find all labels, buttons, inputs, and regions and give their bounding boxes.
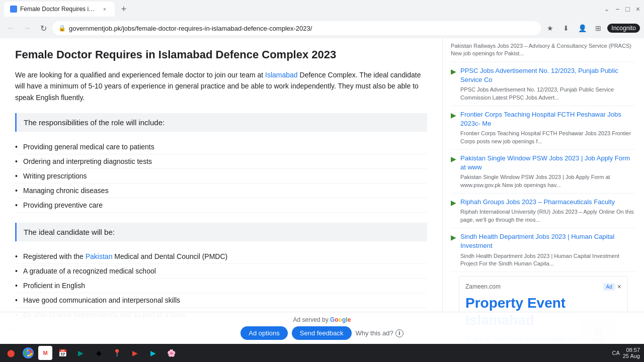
browser-chrome: Female Doctor Requires in Islab × + ⌄ − … — [0, 0, 644, 38]
profile-icon[interactable]: 👤 — [575, 21, 589, 35]
section2-heading: The ideal candidate will be: — [15, 223, 427, 241]
related-item[interactable]: ▶ PPSC Jobs Advertisement No. 12/2023, P… — [451, 62, 636, 106]
taskbar-right: CA 08:57 25 Aug — [612, 347, 640, 359]
recording-indicator: ⬤ — [4, 346, 18, 360]
incognito-badge: Incognito — [607, 24, 640, 33]
list-item: Registered with the Pakistan Medical and… — [15, 249, 427, 264]
tab-close-button[interactable]: × — [101, 5, 109, 13]
taskbar: ⬤ M 📅 ▶ ◆ 📍 ▶ ▶ 🌸 CA 08:57 25 Aug — [0, 344, 644, 362]
send-feedback-button[interactable]: Send feedback — [292, 326, 352, 340]
ad-header: Zameen.com Ad × — [465, 283, 621, 291]
time-display: 08:57 — [623, 347, 640, 353]
related-articles: Pakistan Railways Jobs 2023 – Advisory &… — [443, 38, 644, 344]
omnibar-actions: ★ ⬇ 👤 ⊞ Incognito — [543, 21, 640, 35]
article-intro: We are looking for a qualified and exper… — [15, 69, 427, 103]
new-tab-button[interactable]: + — [117, 2, 131, 16]
tab-favicon — [10, 6, 17, 13]
taskbar-gmail[interactable]: M — [38, 346, 52, 360]
window-controls: ⌄ − □ × — [604, 5, 640, 13]
islamabad-link[interactable]: Islamabad — [265, 71, 298, 79]
info-icon: ℹ — [395, 329, 404, 337]
why-label: Why this ad? — [356, 329, 393, 337]
related-item[interactable]: ▶ Frontier Corps Teaching Hospital FCTH … — [451, 106, 636, 150]
url-text: governmentjob.pk/jobs/female-doctor-requ… — [69, 25, 312, 32]
taskbar-photos[interactable]: 🌸 — [163, 345, 179, 361]
why-this-ad[interactable]: Why this ad? ℹ — [356, 329, 404, 337]
bookmark-icon[interactable]: ★ — [543, 21, 557, 35]
related-title[interactable]: Riphah Groups Jobs 2023 – Pharmaceutical… — [460, 198, 636, 207]
page-content: Female Doctor Requires in Islamabad Defe… — [0, 38, 644, 344]
list-item: Writing prescriptions — [15, 169, 427, 184]
list-item: Managing chronic diseases — [15, 184, 427, 198]
related-snippet: Pakistan Single Window PSW Jobs 2023 | J… — [460, 173, 636, 189]
section1-heading: The responsibilities of the role will in… — [15, 113, 427, 132]
ad-action-buttons: Ad options Send feedback Why this ad? ℹ — [240, 326, 403, 340]
article-main: Female Doctor Requires in Islamabad Defe… — [0, 38, 443, 344]
related-snippet: Riphah International University (RIU) Jo… — [460, 208, 636, 224]
related-item[interactable]: ▶ Pakistan Single Window PSW Jobs 2023 |… — [451, 150, 636, 194]
article-title: Female Doctor Requires in Islamabad Defe… — [15, 48, 427, 61]
related-title[interactable]: Sindh Health Department Jobs 2023 | Huma… — [460, 232, 636, 250]
sidebar: Pakistan Railways Jobs 2023 – Advisory &… — [443, 38, 644, 344]
arrow-icon: ▶ — [451, 111, 456, 119]
ad-badge-area: Ad × — [603, 283, 621, 291]
related-snippet: Sindh Health Department Jobs 2023 | Huma… — [460, 252, 636, 268]
list-item: Have good communication and interpersona… — [15, 293, 427, 308]
taskbar-calendar[interactable]: 📅 — [54, 345, 70, 361]
related-title[interactable]: Frontier Corps Teaching Hospital FCTH Pe… — [460, 110, 636, 128]
related-title[interactable]: PPSC Jobs Advertisement No. 12/2023, Pun… — [460, 66, 636, 84]
list-item: Providing general medical care to patien… — [15, 140, 427, 154]
list-item: Ordering and interpreting diagnostic tes… — [15, 154, 427, 169]
ad-badge: Ad — [603, 283, 615, 291]
list-item: Proficient in English — [15, 279, 427, 293]
related-title[interactable]: Pakistan Single Window PSW Jobs 2023 | J… — [460, 154, 636, 172]
chevron-icon: ⌄ — [604, 6, 609, 13]
title-bar: Female Doctor Requires in Islab × + ⌄ − … — [0, 0, 644, 18]
ad-source: Zameen.com — [465, 283, 501, 290]
ad-served-text: Ad served by Google — [293, 316, 351, 323]
active-tab[interactable]: Female Doctor Requires in Islab × — [4, 2, 115, 17]
back-button[interactable]: ← — [4, 21, 18, 35]
taskbar-wallet[interactable]: ◆ — [91, 345, 107, 361]
related-item: Pakistan Railways Jobs 2023 – Advisory &… — [451, 42, 636, 62]
extensions-icon[interactable]: ⊞ — [591, 21, 605, 35]
responsibilities-list: Providing general medical care to patien… — [15, 140, 427, 213]
tab-title: Female Doctor Requires in Islab — [20, 6, 98, 13]
arrow-icon: ▶ — [451, 155, 456, 163]
ad-options-button[interactable]: Ad options — [240, 326, 287, 340]
lock-icon: 🔒 — [58, 25, 66, 32]
pakistan-link[interactable]: Pakistan — [86, 252, 113, 260]
arrow-icon: ▶ — [451, 233, 456, 241]
related-item[interactable]: ▶ Riphah Groups Jobs 2023 – Pharmaceutic… — [451, 194, 636, 228]
related-item[interactable]: ▶ Sindh Health Department Jobs 2023 | Hu… — [451, 228, 636, 272]
download-icon[interactable]: ⬇ — [559, 21, 573, 35]
related-snippet: Frontier Corps Teaching Hospital FCTH Pe… — [460, 130, 636, 145]
svg-point-4 — [26, 351, 30, 355]
arrow-icon: ▶ — [451, 67, 456, 75]
close-window-button[interactable]: × — [636, 5, 640, 13]
ad-close-button[interactable]: × — [617, 283, 621, 291]
date-display: 25 Aug — [623, 353, 640, 359]
list-item: Providing preventive care — [15, 198, 427, 213]
time-date: 08:57 25 Aug — [623, 347, 640, 359]
taskbar-chrome[interactable] — [20, 345, 36, 361]
maximize-button[interactable]: □ — [625, 5, 629, 13]
list-item: A graduate of a recognized medical schoo… — [15, 264, 427, 279]
region-label: CA — [612, 350, 619, 356]
minimize-button[interactable]: − — [615, 5, 619, 13]
refresh-button[interactable]: ↻ — [36, 21, 50, 35]
forward-button[interactable]: → — [20, 21, 34, 35]
taskbar-youtube[interactable]: ▶ — [127, 345, 143, 361]
bottom-ad-bar: Ad served by Google Ad options Send feed… — [0, 312, 644, 344]
arrow-icon: ▶ — [451, 199, 456, 207]
related-snippet: Pakistan Railways Jobs 2023 – Advisory &… — [451, 42, 636, 58]
taskbar-play[interactable]: ▶ — [145, 345, 161, 361]
taskbar-meet[interactable]: ▶ — [72, 345, 89, 361]
omnibar: ← → ↻ 🔒 governmentjob.pk/jobs/female-doc… — [0, 18, 644, 38]
taskbar-maps[interactable]: 📍 — [109, 345, 125, 361]
address-bar[interactable]: 🔒 governmentjob.pk/jobs/female-doctor-re… — [52, 21, 541, 35]
taskbar-left: ⬤ M 📅 ▶ ◆ 📍 ▶ ▶ 🌸 — [4, 345, 179, 361]
related-snippet: PPSC Jobs Advertisement No. 12/2023, Pun… — [460, 86, 636, 102]
